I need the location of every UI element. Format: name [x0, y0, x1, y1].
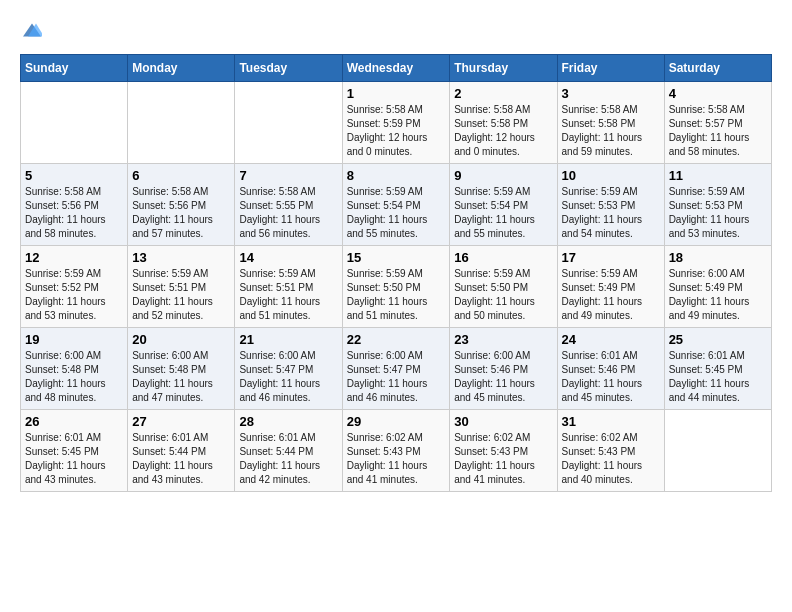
day-info: Sunrise: 6:00 AMSunset: 5:48 PMDaylight:…	[25, 349, 123, 405]
day-number: 8	[347, 168, 446, 183]
day-number: 9	[454, 168, 552, 183]
day-info: Sunrise: 6:01 AMSunset: 5:44 PMDaylight:…	[132, 431, 230, 487]
day-number: 18	[669, 250, 767, 265]
calendar-cell: 27Sunrise: 6:01 AMSunset: 5:44 PMDayligh…	[128, 410, 235, 492]
calendar-cell: 28Sunrise: 6:01 AMSunset: 5:44 PMDayligh…	[235, 410, 342, 492]
day-number: 22	[347, 332, 446, 347]
calendar-cell: 11Sunrise: 5:59 AMSunset: 5:53 PMDayligh…	[664, 164, 771, 246]
calendar-cell: 30Sunrise: 6:02 AMSunset: 5:43 PMDayligh…	[450, 410, 557, 492]
day-number: 15	[347, 250, 446, 265]
day-info: Sunrise: 5:59 AMSunset: 5:49 PMDaylight:…	[562, 267, 660, 323]
calendar-cell: 10Sunrise: 5:59 AMSunset: 5:53 PMDayligh…	[557, 164, 664, 246]
calendar-cell	[21, 82, 128, 164]
day-number: 25	[669, 332, 767, 347]
day-info: Sunrise: 6:02 AMSunset: 5:43 PMDaylight:…	[347, 431, 446, 487]
calendar-cell: 29Sunrise: 6:02 AMSunset: 5:43 PMDayligh…	[342, 410, 450, 492]
calendar-cell: 15Sunrise: 5:59 AMSunset: 5:50 PMDayligh…	[342, 246, 450, 328]
day-number: 23	[454, 332, 552, 347]
day-info: Sunrise: 5:58 AMSunset: 5:58 PMDaylight:…	[562, 103, 660, 159]
day-number: 21	[239, 332, 337, 347]
calendar-cell: 20Sunrise: 6:00 AMSunset: 5:48 PMDayligh…	[128, 328, 235, 410]
day-number: 20	[132, 332, 230, 347]
day-number: 24	[562, 332, 660, 347]
calendar-cell: 5Sunrise: 5:58 AMSunset: 5:56 PMDaylight…	[21, 164, 128, 246]
calendar-cell: 6Sunrise: 5:58 AMSunset: 5:56 PMDaylight…	[128, 164, 235, 246]
header-monday: Monday	[128, 55, 235, 82]
page-header	[20, 20, 772, 44]
day-info: Sunrise: 5:59 AMSunset: 5:50 PMDaylight:…	[347, 267, 446, 323]
calendar-body: 1Sunrise: 5:58 AMSunset: 5:59 PMDaylight…	[21, 82, 772, 492]
day-number: 5	[25, 168, 123, 183]
day-info: Sunrise: 6:00 AMSunset: 5:46 PMDaylight:…	[454, 349, 552, 405]
day-info: Sunrise: 6:02 AMSunset: 5:43 PMDaylight:…	[562, 431, 660, 487]
day-number: 6	[132, 168, 230, 183]
calendar-cell: 17Sunrise: 5:59 AMSunset: 5:49 PMDayligh…	[557, 246, 664, 328]
day-number: 26	[25, 414, 123, 429]
calendar-cell: 25Sunrise: 6:01 AMSunset: 5:45 PMDayligh…	[664, 328, 771, 410]
day-number: 17	[562, 250, 660, 265]
calendar-cell: 22Sunrise: 6:00 AMSunset: 5:47 PMDayligh…	[342, 328, 450, 410]
header-tuesday: Tuesday	[235, 55, 342, 82]
day-info: Sunrise: 5:58 AMSunset: 5:58 PMDaylight:…	[454, 103, 552, 159]
calendar-cell: 2Sunrise: 5:58 AMSunset: 5:58 PMDaylight…	[450, 82, 557, 164]
day-number: 4	[669, 86, 767, 101]
day-info: Sunrise: 6:00 AMSunset: 5:49 PMDaylight:…	[669, 267, 767, 323]
calendar-cell: 14Sunrise: 5:59 AMSunset: 5:51 PMDayligh…	[235, 246, 342, 328]
calendar-cell: 18Sunrise: 6:00 AMSunset: 5:49 PMDayligh…	[664, 246, 771, 328]
day-number: 12	[25, 250, 123, 265]
calendar-table: SundayMondayTuesdayWednesdayThursdayFrid…	[20, 54, 772, 492]
header-wednesday: Wednesday	[342, 55, 450, 82]
day-info: Sunrise: 6:01 AMSunset: 5:44 PMDaylight:…	[239, 431, 337, 487]
logo	[20, 20, 42, 44]
day-info: Sunrise: 5:58 AMSunset: 5:56 PMDaylight:…	[132, 185, 230, 241]
calendar-cell: 12Sunrise: 5:59 AMSunset: 5:52 PMDayligh…	[21, 246, 128, 328]
day-number: 28	[239, 414, 337, 429]
week-row-3: 19Sunrise: 6:00 AMSunset: 5:48 PMDayligh…	[21, 328, 772, 410]
calendar-cell: 19Sunrise: 6:00 AMSunset: 5:48 PMDayligh…	[21, 328, 128, 410]
day-info: Sunrise: 5:59 AMSunset: 5:54 PMDaylight:…	[347, 185, 446, 241]
day-info: Sunrise: 6:01 AMSunset: 5:45 PMDaylight:…	[669, 349, 767, 405]
day-number: 10	[562, 168, 660, 183]
calendar-cell: 24Sunrise: 6:01 AMSunset: 5:46 PMDayligh…	[557, 328, 664, 410]
logo-icon	[22, 20, 42, 40]
calendar-cell	[128, 82, 235, 164]
day-number: 19	[25, 332, 123, 347]
day-number: 2	[454, 86, 552, 101]
calendar-cell: 13Sunrise: 5:59 AMSunset: 5:51 PMDayligh…	[128, 246, 235, 328]
header-friday: Friday	[557, 55, 664, 82]
header-saturday: Saturday	[664, 55, 771, 82]
day-info: Sunrise: 6:00 AMSunset: 5:47 PMDaylight:…	[239, 349, 337, 405]
week-row-1: 5Sunrise: 5:58 AMSunset: 5:56 PMDaylight…	[21, 164, 772, 246]
calendar-cell: 1Sunrise: 5:58 AMSunset: 5:59 PMDaylight…	[342, 82, 450, 164]
day-number: 14	[239, 250, 337, 265]
day-number: 16	[454, 250, 552, 265]
day-info: Sunrise: 6:01 AMSunset: 5:46 PMDaylight:…	[562, 349, 660, 405]
day-number: 30	[454, 414, 552, 429]
calendar-cell: 9Sunrise: 5:59 AMSunset: 5:54 PMDaylight…	[450, 164, 557, 246]
day-number: 11	[669, 168, 767, 183]
day-info: Sunrise: 5:58 AMSunset: 5:59 PMDaylight:…	[347, 103, 446, 159]
day-info: Sunrise: 6:00 AMSunset: 5:48 PMDaylight:…	[132, 349, 230, 405]
calendar-cell: 4Sunrise: 5:58 AMSunset: 5:57 PMDaylight…	[664, 82, 771, 164]
day-info: Sunrise: 5:59 AMSunset: 5:51 PMDaylight:…	[132, 267, 230, 323]
header-thursday: Thursday	[450, 55, 557, 82]
week-row-2: 12Sunrise: 5:59 AMSunset: 5:52 PMDayligh…	[21, 246, 772, 328]
day-info: Sunrise: 5:59 AMSunset: 5:51 PMDaylight:…	[239, 267, 337, 323]
calendar-cell: 7Sunrise: 5:58 AMSunset: 5:55 PMDaylight…	[235, 164, 342, 246]
header-row: SundayMondayTuesdayWednesdayThursdayFrid…	[21, 55, 772, 82]
day-number: 29	[347, 414, 446, 429]
day-number: 13	[132, 250, 230, 265]
day-info: Sunrise: 5:58 AMSunset: 5:57 PMDaylight:…	[669, 103, 767, 159]
day-number: 3	[562, 86, 660, 101]
calendar-cell	[664, 410, 771, 492]
day-number: 1	[347, 86, 446, 101]
day-info: Sunrise: 5:59 AMSunset: 5:50 PMDaylight:…	[454, 267, 552, 323]
day-info: Sunrise: 6:01 AMSunset: 5:45 PMDaylight:…	[25, 431, 123, 487]
day-info: Sunrise: 5:59 AMSunset: 5:52 PMDaylight:…	[25, 267, 123, 323]
calendar-cell: 21Sunrise: 6:00 AMSunset: 5:47 PMDayligh…	[235, 328, 342, 410]
day-number: 27	[132, 414, 230, 429]
calendar-header: SundayMondayTuesdayWednesdayThursdayFrid…	[21, 55, 772, 82]
day-info: Sunrise: 6:00 AMSunset: 5:47 PMDaylight:…	[347, 349, 446, 405]
day-info: Sunrise: 5:58 AMSunset: 5:56 PMDaylight:…	[25, 185, 123, 241]
day-info: Sunrise: 6:02 AMSunset: 5:43 PMDaylight:…	[454, 431, 552, 487]
